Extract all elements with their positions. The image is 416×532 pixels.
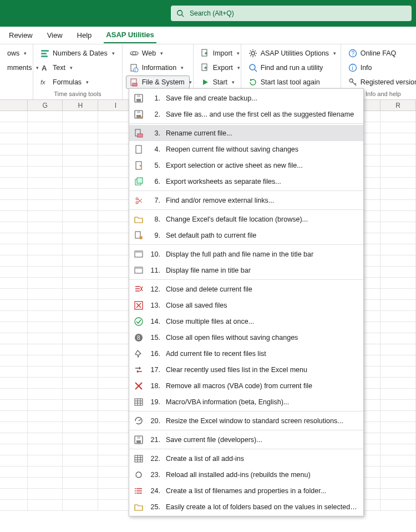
menu-item[interactable]: 12.Close and delete current file: [129, 281, 363, 297]
cell[interactable]: [381, 133, 416, 144]
cell[interactable]: [63, 211, 98, 222]
rows-button-partial[interactable]: ows▾: [3, 47, 29, 60]
asap-options-button[interactable]: ASAP Utilities Options▾: [245, 47, 337, 60]
cell[interactable]: [28, 455, 63, 466]
cell[interactable]: [0, 211, 28, 222]
menu-item[interactable]: 13.Close all saved files: [129, 297, 363, 313]
cell[interactable]: [381, 433, 416, 444]
menu-item[interactable]: 11.Display file name in title bar: [129, 262, 363, 278]
cell[interactable]: [63, 367, 98, 377]
menu-item[interactable]: 9.Set default path to current file: [129, 227, 363, 243]
cell[interactable]: [63, 133, 98, 144]
tab-asap-utilities[interactable]: ASAP Utilities: [104, 27, 156, 43]
cell[interactable]: [0, 322, 28, 333]
cell[interactable]: [381, 267, 416, 277]
column-header[interactable]: G: [28, 100, 63, 111]
cell[interactable]: [0, 422, 28, 433]
cell[interactable]: [0, 367, 28, 377]
cell[interactable]: [63, 466, 98, 477]
cell[interactable]: [381, 466, 416, 477]
cell[interactable]: [63, 355, 98, 366]
cell[interactable]: [28, 344, 63, 355]
cell[interactable]: [28, 466, 63, 477]
cell[interactable]: [0, 111, 28, 122]
start-button[interactable]: Start▾: [197, 76, 237, 89]
menu-item[interactable]: 22.Create a list of all add-ins: [129, 450, 363, 466]
cell[interactable]: [63, 444, 98, 455]
cell[interactable]: [28, 489, 63, 499]
cell[interactable]: [28, 333, 63, 344]
cell[interactable]: [28, 389, 63, 399]
cell[interactable]: [381, 422, 416, 433]
cell[interactable]: [63, 222, 98, 233]
cell[interactable]: [381, 289, 416, 299]
cell[interactable]: [0, 344, 28, 355]
cell[interactable]: [28, 222, 63, 233]
cell[interactable]: [0, 267, 28, 277]
cell[interactable]: [381, 455, 416, 466]
cell[interactable]: [28, 378, 63, 388]
menu-item[interactable]: 21.Save current file (developers)...: [129, 431, 363, 448]
cell[interactable]: [63, 378, 98, 388]
information-button[interactable]: i Information▾: [126, 61, 190, 74]
menu-item[interactable]: 18.Remove all macros (VBA code) from cur…: [129, 378, 363, 394]
cell[interactable]: [63, 311, 98, 322]
find-utility-button[interactable]: Find and run a utility: [245, 61, 337, 74]
column-header[interactable]: H: [63, 100, 98, 111]
cell[interactable]: [0, 122, 28, 133]
cell[interactable]: [0, 244, 28, 255]
menu-item[interactable]: 8.Change Excel's default file location (…: [129, 211, 363, 227]
cell[interactable]: [28, 211, 63, 222]
cell[interactable]: [0, 489, 28, 499]
menu-item[interactable]: 14.Close multiple files at once...: [129, 313, 363, 329]
cell[interactable]: [381, 144, 416, 155]
file-system-button[interactable]: File & System▾: [126, 76, 190, 89]
cell[interactable]: [63, 178, 98, 188]
cell[interactable]: [28, 278, 63, 288]
cell[interactable]: [28, 300, 63, 310]
cell[interactable]: [63, 422, 98, 433]
cell[interactable]: [28, 400, 63, 410]
menu-item[interactable]: 7.Find and/or remove external links...: [129, 192, 363, 208]
cell[interactable]: [381, 255, 416, 266]
cell[interactable]: [381, 211, 416, 222]
column-header[interactable]: R: [381, 100, 416, 111]
cell[interactable]: [381, 389, 416, 399]
cell[interactable]: [0, 400, 28, 410]
cell[interactable]: [63, 400, 98, 410]
cell[interactable]: [28, 267, 63, 277]
menu-item[interactable]: 16.Add current file to recent files list: [129, 345, 363, 362]
cell[interactable]: [63, 111, 98, 122]
cell[interactable]: [0, 167, 28, 177]
tab-help[interactable]: Help: [75, 28, 94, 43]
cell[interactable]: [63, 255, 98, 266]
cell[interactable]: [381, 167, 416, 177]
cell[interactable]: [0, 144, 28, 155]
cell[interactable]: [63, 433, 98, 444]
cell[interactable]: [381, 178, 416, 188]
menu-item[interactable]: 25.Easily create a lot of folders based …: [129, 499, 363, 515]
cell[interactable]: [381, 189, 416, 199]
cell[interactable]: [0, 478, 28, 488]
cell[interactable]: [28, 144, 63, 155]
tab-view[interactable]: View: [45, 28, 65, 43]
cell[interactable]: [0, 500, 28, 510]
cell[interactable]: [0, 455, 28, 466]
cell[interactable]: [381, 233, 416, 244]
cell[interactable]: [381, 378, 416, 388]
cell[interactable]: [28, 322, 63, 333]
cell[interactable]: [63, 267, 98, 277]
cell[interactable]: [28, 133, 63, 144]
cell[interactable]: [381, 311, 416, 322]
start-last-tool-button[interactable]: Start last tool again: [245, 76, 337, 89]
import-button[interactable]: Import▾: [197, 47, 237, 60]
cell[interactable]: [63, 300, 98, 310]
cell[interactable]: [28, 189, 63, 199]
cell[interactable]: [381, 333, 416, 344]
numbers-dates-button[interactable]: Numbers & Dates▾: [37, 47, 119, 60]
cell[interactable]: [63, 144, 98, 155]
cell[interactable]: [0, 444, 28, 455]
cell[interactable]: [63, 200, 98, 210]
cell[interactable]: [63, 333, 98, 344]
menu-item[interactable]: 15.Close all open files without saving c…: [129, 329, 363, 345]
